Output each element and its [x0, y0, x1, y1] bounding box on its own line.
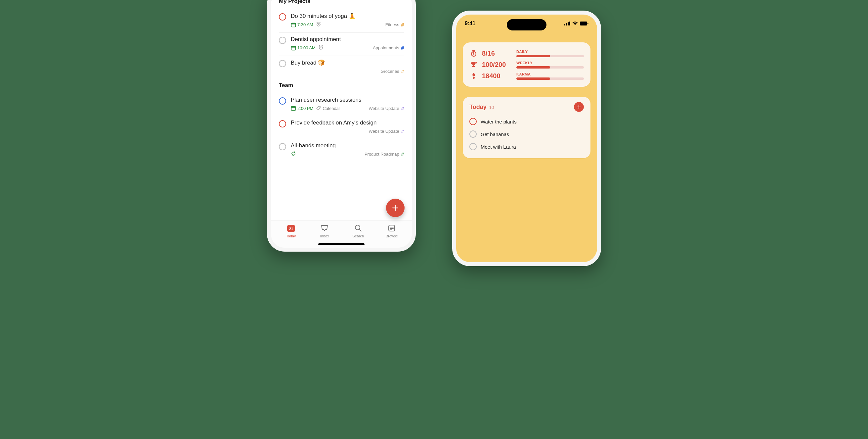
task-project[interactable]: Appointments #: [373, 45, 404, 51]
hash-icon: #: [401, 128, 404, 134]
today-count: 10: [489, 105, 494, 110]
task-meta: 2:00 PMCalendar: [291, 106, 340, 111]
dynamic-island: [507, 19, 547, 30]
task-checkbox[interactable]: [279, 37, 286, 44]
task-checkbox[interactable]: [469, 130, 477, 138]
section-title: My Projects: [279, 0, 404, 5]
today-widget[interactable]: Today 10 Water the plantsGet bananasMeet…: [463, 97, 590, 158]
goal-label: DAILY: [516, 50, 584, 54]
task-title: Water the plants: [480, 119, 517, 124]
task-checkbox[interactable]: [469, 143, 477, 150]
svg-rect-14: [566, 23, 567, 26]
task-row[interactable]: Plan user research sessions2:00 PMCalend…: [279, 93, 404, 116]
todoist-app: My ProjectsDo 30 minutes of yoga 🧘7:30 A…: [271, 0, 412, 247]
hash-icon: #: [401, 106, 404, 111]
tab-label: Today: [286, 234, 296, 238]
widget-task-row[interactable]: Meet with Laura: [469, 140, 584, 153]
browse-icon: [387, 224, 396, 233]
task-title: All-hands meeting: [291, 142, 404, 149]
task-time: 7:30 AM: [298, 22, 313, 27]
svg-rect-16: [569, 22, 570, 26]
task-project[interactable]: Website Update #: [369, 128, 404, 134]
task-row[interactable]: Dentist appointment10:00 AMAppointments …: [279, 33, 404, 56]
task-row[interactable]: Provide feedback on Amy's designWebsite …: [279, 116, 404, 139]
task-title: Buy bread 🍞: [291, 59, 404, 66]
widget-add-button[interactable]: [574, 102, 584, 112]
goal-label: WEEKLY: [516, 61, 584, 65]
task-title: Plan user research sessions: [291, 97, 404, 103]
svg-point-11: [355, 225, 360, 230]
tab-browse[interactable]: Browse: [375, 224, 409, 247]
task-checkbox[interactable]: [469, 118, 477, 125]
task-checkbox[interactable]: [279, 143, 286, 150]
task-project[interactable]: Groceries #: [380, 68, 404, 74]
trophy-icon: [469, 60, 478, 69]
task-list-scroll[interactable]: My ProjectsDo 30 minutes of yoga 🧘7:30 A…: [271, 0, 412, 221]
task-meta: 10:00 AM: [291, 45, 323, 51]
goal-row-daily: 8/16DAILY: [469, 48, 584, 59]
task-project[interactable]: Product Roadmap #: [365, 151, 404, 157]
task-time: 2:00 PM: [298, 106, 313, 111]
tab-today[interactable]: 21Today: [274, 224, 308, 247]
widget-task-row[interactable]: Water the plants: [469, 115, 584, 128]
productivity-widget[interactable]: 8/16DAILY100/200WEEKLY18400KARMA: [463, 42, 590, 87]
karma-icon: [469, 71, 478, 80]
task-row[interactable]: Do 30 minutes of yoga 🧘7:30 AMFitness #: [279, 9, 404, 33]
widget-task-row[interactable]: Get bananas: [469, 128, 584, 140]
svg-rect-15: [568, 22, 569, 26]
tab-label: Inbox: [320, 234, 329, 238]
task-title: Meet with Laura: [480, 144, 516, 150]
task-title: Dentist appointment: [291, 36, 404, 43]
alarm-icon: [316, 22, 321, 28]
task-title: Provide feedback on Amy's design: [291, 119, 404, 126]
svg-point-21: [473, 77, 475, 79]
hash-icon: #: [401, 45, 404, 51]
signal-icon: [564, 22, 570, 26]
svg-rect-17: [580, 22, 587, 26]
add-task-fab[interactable]: [386, 199, 405, 217]
repeat-icon: [291, 151, 296, 157]
task-project[interactable]: Fitness #: [385, 22, 404, 27]
hash-icon: #: [401, 151, 404, 157]
today-widget-title: Today 10: [469, 104, 494, 111]
task-checkbox[interactable]: [279, 13, 286, 21]
task-label: Calendar: [316, 106, 340, 111]
svg-rect-7: [291, 107, 296, 108]
goal-row-karma: 18400KARMA: [469, 70, 584, 82]
task-row[interactable]: Buy bread 🍞Groceries #: [279, 56, 404, 79]
section-title: Team: [279, 82, 404, 89]
phone-right: 9:41 8/16DAILY100/200WEEKLY18400KARMA To…: [452, 10, 601, 266]
svg-point-20: [473, 53, 474, 55]
task-meta: 7:30 AM: [291, 22, 321, 28]
goal-progress-bar: [516, 55, 584, 57]
hash-icon: #: [401, 68, 404, 74]
tab-label: Search: [352, 234, 364, 238]
plus-icon: [576, 104, 582, 110]
hash-icon: #: [401, 22, 404, 27]
goal-value: 8/16: [482, 50, 513, 57]
wifi-icon: [572, 22, 578, 26]
goal-label: KARMA: [516, 72, 584, 76]
inbox-icon: [320, 224, 329, 233]
goal-progress-bar: [516, 78, 584, 80]
search-icon: [353, 224, 363, 233]
home-indicator: [318, 243, 365, 245]
goal-value: 100/200: [482, 61, 513, 68]
svg-rect-1: [291, 23, 296, 24]
calendar-icon: 21: [286, 224, 296, 233]
svg-rect-4: [291, 46, 296, 47]
goal-progress-bar: [516, 66, 584, 68]
stopwatch-icon: [469, 49, 478, 58]
task-row[interactable]: All-hands meetingProduct Roadmap #: [279, 139, 404, 162]
svg-rect-18: [588, 23, 588, 25]
task-title: Do 30 minutes of yoga 🧘: [291, 12, 404, 20]
task-checkbox[interactable]: [279, 97, 286, 105]
svg-text:21: 21: [289, 227, 293, 231]
task-checkbox[interactable]: [279, 120, 286, 127]
task-title: Get bananas: [480, 131, 509, 137]
battery-icon: [580, 22, 588, 26]
svg-point-8: [319, 107, 320, 108]
tab-label: Browse: [386, 234, 398, 238]
task-project[interactable]: Website Update #: [369, 106, 404, 111]
task-checkbox[interactable]: [279, 60, 286, 67]
